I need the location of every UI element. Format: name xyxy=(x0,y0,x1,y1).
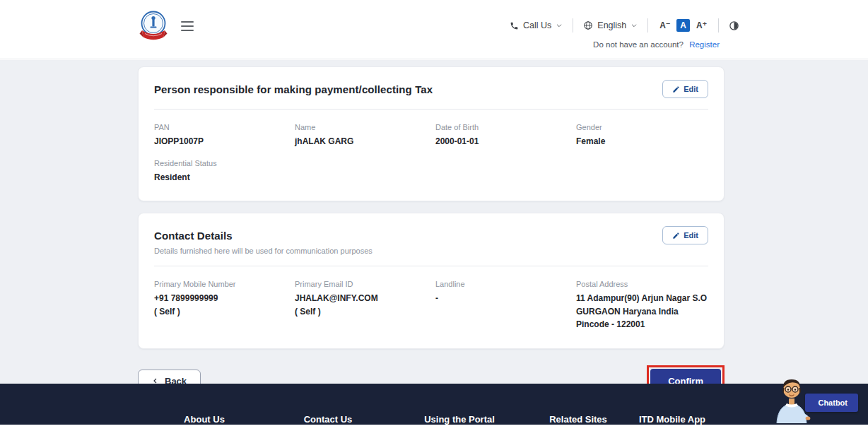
register-link[interactable]: Register xyxy=(689,40,720,49)
font-decrease-button[interactable]: A⁻ xyxy=(658,20,671,31)
contact-card-subtitle: Details furnished here will be used for … xyxy=(154,247,373,255)
field-label: Postal Address xyxy=(576,280,708,288)
field-pan: PAN JIOPP1007P xyxy=(154,123,286,148)
person-card-head: Person responsible for making payment/co… xyxy=(154,80,708,98)
income-tax-dept-logo[interactable] xyxy=(139,10,168,42)
page: Call Us English A⁻ A xyxy=(0,0,868,443)
field-value-line: +91 7899999999 xyxy=(154,292,286,305)
phone-icon xyxy=(510,21,519,30)
hamburger-menu-icon[interactable] xyxy=(181,20,194,33)
income-tax-emblem-icon xyxy=(139,10,168,42)
header-divider xyxy=(647,18,648,33)
field-label: Primary Mobile Number xyxy=(154,280,286,288)
field-value-line: 11 Adampur(90) Arjun Nagar S.O xyxy=(576,292,708,305)
register-row: Do not have an account? Register xyxy=(593,40,720,49)
call-us-menu[interactable]: Call Us xyxy=(510,20,563,30)
edit-pencil-icon xyxy=(672,232,680,240)
field-landline: Landline - xyxy=(435,280,568,331)
field-label: Landline xyxy=(435,280,568,288)
field-value: JHALAK@INFY.COM ( Self ) xyxy=(295,292,427,318)
card-divider xyxy=(154,109,708,110)
field-value-line: JHALAK@INFY.COM xyxy=(295,292,427,305)
field-name: Name jhALAK GARG xyxy=(295,123,427,148)
header-controls: Call Us English A⁻ A xyxy=(510,18,739,33)
field-value-line: ( Self ) xyxy=(154,305,286,319)
field-label: Primary Email ID xyxy=(295,280,427,288)
chatbot-widget[interactable]: Chatbot xyxy=(771,377,858,423)
footer-link-contact-us[interactable]: Contact Us xyxy=(304,414,353,425)
font-increase-button[interactable]: A⁺ xyxy=(695,20,708,31)
contact-card-title: Contact Details xyxy=(154,230,373,242)
field-date-of-birth: Date of Birth 2000-01-01 xyxy=(435,123,568,148)
chatbot-button[interactable]: Chatbot xyxy=(805,394,858,412)
person-fields-row-1: PAN JIOPP1007P Name jhALAK GARG Date of … xyxy=(154,123,708,148)
footer-link-itd-mobile-app[interactable]: ITD Mobile App xyxy=(639,414,705,425)
field-label: Residential Status xyxy=(154,159,286,167)
field-value-line: ( Self ) xyxy=(295,305,427,319)
contrast-icon xyxy=(729,20,739,31)
contrast-toggle[interactable] xyxy=(729,20,739,31)
person-details-card: Person responsible for making payment/co… xyxy=(138,66,725,201)
content-area: Person responsible for making payment/co… xyxy=(0,60,868,384)
field-gender: Gender Female xyxy=(576,123,708,148)
field-value: Resident xyxy=(154,171,286,184)
chatbot-avatar xyxy=(771,377,812,423)
call-us-label: Call Us xyxy=(523,20,551,30)
field-value: - xyxy=(435,292,568,305)
top-header: Call Us English A⁻ A xyxy=(0,0,868,59)
header-divider xyxy=(573,18,573,33)
footer-link-related-sites[interactable]: Related Sites xyxy=(549,414,607,425)
field-residential-status: Residential Status Resident xyxy=(154,159,286,184)
field-postal-address: Postal Address 11 Adampur(90) Arjun Naga… xyxy=(576,280,708,331)
field-primary-email: Primary Email ID JHALAK@INFY.COM ( Self … xyxy=(295,280,427,331)
font-size-controls: A⁻ A A⁺ xyxy=(658,19,708,32)
footer-link-using-the-portal[interactable]: Using the Portal xyxy=(424,414,495,425)
person-edit-button[interactable]: Edit xyxy=(662,80,708,98)
field-label: Name xyxy=(295,123,427,131)
field-value-line: - xyxy=(435,292,568,305)
account-prompt: Do not have an account? xyxy=(593,40,684,49)
edit-pencil-icon xyxy=(672,85,680,93)
field-value: Female xyxy=(576,135,708,148)
field-label: Date of Birth xyxy=(435,123,568,131)
form-container: Person responsible for making payment/co… xyxy=(138,66,725,397)
field-value: 2000-01-01 xyxy=(435,135,568,148)
edit-label: Edit xyxy=(684,231,698,240)
contact-details-card: Contact Details Details furnished here w… xyxy=(138,213,725,349)
person-fields-row-2: Residential Status Resident xyxy=(154,159,708,184)
header-divider xyxy=(718,18,719,33)
header-left xyxy=(139,10,194,42)
chevron-down-icon xyxy=(631,22,638,29)
person-card-title: Person responsible for making payment/co… xyxy=(154,83,433,95)
chevron-down-icon xyxy=(556,22,563,29)
contact-card-titles: Contact Details Details furnished here w… xyxy=(154,226,373,255)
field-value-line: GURGAON Haryana India xyxy=(576,305,708,319)
edit-label: Edit xyxy=(684,85,698,93)
field-value: JIOPP1007P xyxy=(154,135,286,148)
language-menu[interactable]: English xyxy=(583,20,638,30)
field-value-line: Pincode - 122001 xyxy=(576,318,708,331)
field-label: PAN xyxy=(154,123,286,131)
contact-card-head: Contact Details Details furnished here w… xyxy=(154,226,708,255)
field-value: jhALAK GARG xyxy=(295,135,427,148)
card-divider xyxy=(154,266,708,266)
font-normal-button[interactable]: A xyxy=(676,19,690,32)
field-primary-mobile: Primary Mobile Number +91 7899999999 ( S… xyxy=(154,280,286,331)
field-label: Gender xyxy=(576,123,708,131)
globe-icon xyxy=(583,20,593,30)
field-value: +91 7899999999 ( Self ) xyxy=(154,292,286,318)
contact-fields-row: Primary Mobile Number +91 7899999999 ( S… xyxy=(154,280,708,331)
contact-edit-button[interactable]: Edit xyxy=(662,226,708,244)
footer: About Us Contact Us Using the Portal Rel… xyxy=(0,384,868,425)
language-label: English xyxy=(597,20,626,30)
field-value: 11 Adampur(90) Arjun Nagar S.O GURGAON H… xyxy=(576,292,708,331)
footer-link-about-us[interactable]: About Us xyxy=(184,414,225,425)
